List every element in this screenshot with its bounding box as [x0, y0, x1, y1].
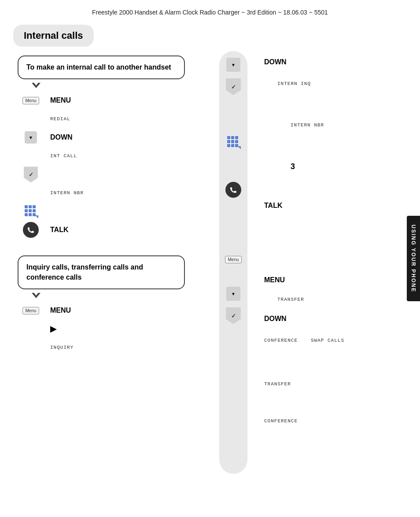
step2-inquiry: INQUIRY [18, 340, 225, 355]
col-check1[interactable]: ✓ [224, 78, 243, 96]
right-spacer2 [264, 136, 407, 158]
step2-arrow-label: ▶ [50, 324, 225, 334]
talk-icon[interactable] [18, 222, 44, 238]
center-panel: ▼ ✓ [216, 25, 251, 474]
section2-steps: Menu MENU ▶ INQUIRY [18, 303, 225, 355]
down-button[interactable]: ▼ [25, 131, 37, 144]
step-talk: TALK [18, 222, 225, 238]
section1-bubble-text: To make an internal call to another hand… [26, 63, 176, 72]
right-transfer1: TRANSFER [264, 291, 407, 308]
right-number3: 3 [264, 158, 407, 175]
right-down2-label: DOWN [264, 315, 407, 323]
step2-menu-label: MENU [50, 307, 225, 314]
redial-label: REDIAL [50, 116, 70, 122]
right-swapcalls-label: SWAP CALLS [311, 338, 344, 343]
check-icon[interactable]: ✓ [18, 166, 44, 182]
right-down2: DOWN [264, 310, 407, 328]
right-3-label: 3 [291, 162, 407, 171]
section2-bubble: Inquiry calls, transferring calls and co… [18, 255, 185, 289]
phone-column: ▼ ✓ [219, 51, 247, 474]
right-menu2: MENU [264, 271, 407, 289]
step-redial: REDIAL [18, 111, 225, 127]
keypad-icon[interactable] [18, 204, 44, 218]
step-keypad [18, 203, 225, 219]
menu2-button[interactable]: Menu [22, 307, 39, 314]
step-menu: Menu MENU [18, 92, 225, 108]
step-check: ✓ [18, 166, 225, 182]
col-down1[interactable]: ▼ [224, 55, 243, 74]
menu-icon[interactable]: Menu [18, 97, 44, 104]
col-check-button2[interactable]: ✓ [226, 307, 241, 324]
page-header: Freestyle 2000 Handset & Alarm Clock Rad… [0, 0, 420, 20]
down-icon[interactable]: ▼ [18, 131, 44, 144]
right-conference2-label: CONFERENCE [264, 418, 407, 424]
section2-bubble-text: Inquiry calls, transferring calls and co… [26, 262, 176, 282]
menu2-icon[interactable]: Menu [18, 307, 44, 314]
left-panel: Internal calls To make an internal call … [13, 25, 225, 474]
col-keypad-button[interactable] [226, 135, 240, 149]
talk-button[interactable] [23, 222, 39, 238]
right-talk-label: TALK [264, 202, 407, 210]
col-down-button2[interactable]: ▼ [226, 287, 240, 301]
right-spacer4 [264, 218, 407, 271]
right-conference2: CONFERENCE [264, 412, 407, 430]
col-keypad[interactable] [224, 133, 243, 151]
col-check-button1[interactable]: ✓ [226, 78, 241, 95]
col-menu[interactable]: Menu [224, 250, 243, 269]
right-transfer1-label: TRANSFER [277, 297, 407, 302]
step-intcall: INT CALL [18, 148, 225, 164]
step-talk-label: TALK [50, 226, 225, 234]
right-menu2-label: MENU [264, 276, 407, 284]
step-down-label: DOWN [50, 133, 225, 141]
step2-menu: Menu MENU [18, 303, 225, 318]
section1-title: Internal calls [24, 30, 83, 41]
right-conference-label: CONFERENCE [264, 338, 298, 343]
side-tab: USING YOUR PHONE [407, 216, 420, 301]
right-conf-swap: CONFERENCE SWAP CALLS [264, 329, 407, 351]
step-menu-label: MENU [50, 96, 225, 104]
right-down1: DOWN [264, 51, 407, 73]
col-down2[interactable]: ▼ [224, 284, 243, 303]
col-check2[interactable]: ✓ [224, 307, 243, 325]
col-talk[interactable] [224, 181, 243, 199]
right-interninq: INTERN INQ [264, 75, 407, 92]
internnbr-label: INTERN NBR [50, 190, 84, 196]
right-transfer2: TRANSFER [264, 375, 407, 393]
right-spacer5 [264, 353, 407, 375]
header-title: Freestyle 2000 Handset & Alarm Clock Rad… [92, 9, 328, 16]
section1-bubble: To make an internal call to another hand… [18, 55, 185, 79]
right-spacer1 [264, 94, 407, 116]
right-down1-label: DOWN [264, 58, 407, 66]
right-panel: DOWN INTERN INQ INTERN NBR 3 TALK MENU [251, 25, 407, 474]
right-internnbr: INTERN NBR [264, 116, 407, 134]
check-button[interactable]: ✓ [24, 166, 38, 182]
step-internnbr: INTERN NBR [18, 185, 225, 201]
inquiry-label: INQUIRY [50, 345, 74, 350]
right-spacer3 [264, 177, 407, 195]
right-talk: TALK [264, 195, 407, 217]
intcall-label: INT CALL [50, 153, 77, 159]
step2-arrow: ▶ [18, 321, 225, 337]
menu-button[interactable]: Menu [22, 97, 39, 104]
col-talk-button[interactable] [225, 182, 241, 198]
right-transfer2-label: TRANSFER [264, 381, 407, 387]
right-internnbr-label: INTERN NBR [291, 122, 407, 128]
col-menu-button[interactable]: Menu [225, 256, 241, 263]
right-spacer6 [264, 395, 407, 412]
section1-title-box: Internal calls [13, 25, 94, 47]
section1-steps: Menu MENU REDIAL ▼ DOWN INT CALL [18, 92, 225, 238]
col-down-button1[interactable]: ▼ [226, 58, 240, 72]
right-interninq-label: INTERN INQ [277, 81, 407, 86]
step-down: ▼ DOWN [18, 129, 225, 145]
